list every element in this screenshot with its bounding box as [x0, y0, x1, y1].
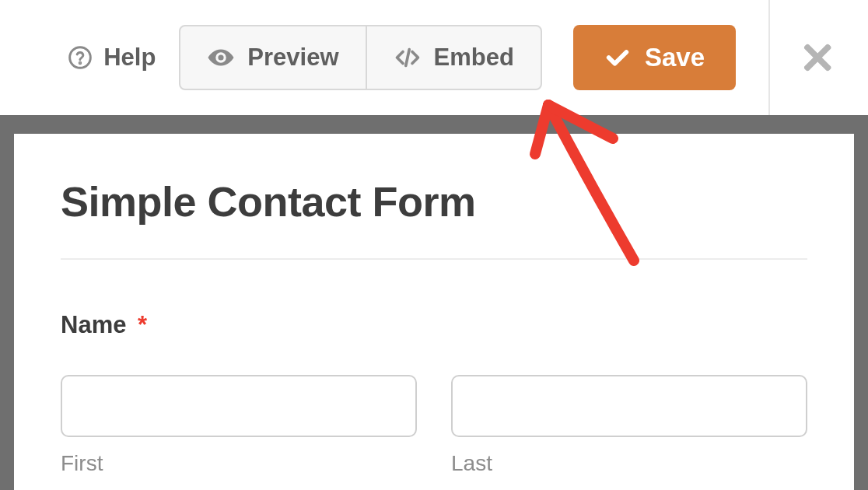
form-title: Simple Contact Form [61, 177, 807, 226]
eye-icon [207, 44, 235, 72]
close-icon [800, 39, 838, 76]
form-canvas: Simple Contact Form Name * First Last [14, 134, 854, 490]
preview-label: Preview [247, 44, 338, 72]
toolbar-inner: Help Preview [44, 0, 868, 115]
code-icon [394, 44, 422, 72]
svg-point-1 [79, 62, 81, 64]
save-button[interactable]: Save [573, 25, 736, 90]
embed-label: Embed [434, 44, 514, 72]
last-sublabel: Last [451, 451, 807, 476]
builder-stage: Simple Contact Form Name * First Last [0, 115, 868, 490]
check-icon [604, 44, 631, 71]
preview-embed-group: Preview Embed [179, 25, 542, 90]
first-sublabel: First [61, 451, 417, 476]
preview-button[interactable]: Preview [180, 26, 365, 89]
name-label-text: Name [61, 311, 126, 338]
name-row: First Last [61, 375, 807, 476]
first-name-col: First [61, 375, 417, 476]
last-name-input[interactable] [451, 375, 807, 437]
first-name-input[interactable] [61, 375, 417, 437]
embed-button[interactable]: Embed [366, 26, 541, 89]
help-button[interactable]: Help [44, 25, 179, 90]
help-label: Help [103, 44, 156, 72]
svg-line-3 [405, 50, 409, 66]
save-label: Save [645, 43, 705, 72]
name-field-label: Name * [61, 311, 807, 339]
required-mark: * [138, 311, 147, 338]
last-name-col: Last [451, 375, 807, 476]
svg-point-2 [219, 54, 224, 60]
help-icon [68, 45, 93, 70]
title-divider [61, 258, 807, 260]
toolbar: Help Preview [0, 0, 868, 115]
close-button[interactable] [770, 0, 868, 115]
